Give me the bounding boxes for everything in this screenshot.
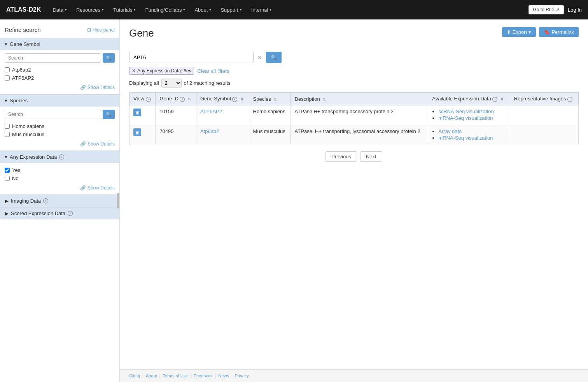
gene-id-sort-icon[interactable]: ⇅ xyxy=(188,97,191,101)
species-checkbox-mus[interactable] xyxy=(5,132,10,137)
description-sort-icon[interactable]: ⇅ xyxy=(323,97,326,102)
row2-mrna-link[interactable]: mRNA-Seq visualization xyxy=(438,135,493,141)
row2-view-icon[interactable]: ▣ xyxy=(133,128,141,136)
next-button[interactable]: Next xyxy=(360,151,382,162)
species-item-mus: Mus musculus xyxy=(5,130,115,138)
nav-data[interactable]: Data ▾ xyxy=(49,5,70,15)
row2-gene-symbol-link[interactable]: Atp6ap2 xyxy=(200,128,219,134)
footer-terms[interactable]: Terms of Use xyxy=(163,373,188,378)
main-search-clear[interactable]: ✕ xyxy=(256,54,264,61)
footer-feedback[interactable]: Feedback xyxy=(194,373,212,378)
expression-checkbox-no[interactable] xyxy=(5,176,10,181)
action-buttons: ⬆ Export ▾ 🔖 Permalink xyxy=(502,27,579,37)
expression-label-yes: Yes xyxy=(12,167,20,173)
login-button[interactable]: Log In xyxy=(568,7,582,13)
facet-scored-header[interactable]: ▶ Scored Expression Data i xyxy=(0,207,119,219)
main-search-button[interactable]: 🔍 xyxy=(266,52,282,63)
gene-symbol-label-atp6ap2-upper: ATP6AP2 xyxy=(12,75,34,81)
sidebar-drag-handle[interactable] xyxy=(117,193,119,209)
nav-resources-caret: ▾ xyxy=(102,8,104,12)
clear-all-filters-button[interactable]: Clear all filters xyxy=(197,68,229,74)
main-search-input[interactable] xyxy=(129,52,254,63)
show-details-icon: 🔗 xyxy=(80,85,86,90)
nav-resources[interactable]: Resources ▾ xyxy=(72,5,108,15)
expression-show-details-row: 🔗 Show Details xyxy=(5,182,115,191)
results-table: View i Gene ID i ⇅ Gene Symbol i ⇅ Speci… xyxy=(129,92,579,145)
filter-chip-label: Any Expression Data: Yes xyxy=(137,68,191,74)
gene-id-info-icon: i xyxy=(180,97,185,102)
hide-panel-label: Hide panel xyxy=(93,27,115,33)
facet-species-chevron: ▾ xyxy=(5,98,7,103)
gene-symbol-show-details-row: 🔗 Show Details xyxy=(5,82,115,91)
row2-species: Mus musculus xyxy=(249,125,290,145)
row1-description: ATPase H+ transporting accessory protein… xyxy=(290,105,428,125)
filter-chip-expression: ✕ Any Expression Data: Yes xyxy=(129,67,194,75)
row1-scrna-link[interactable]: scRNA-Seq visualization xyxy=(438,109,494,114)
facet-imaging-header[interactable]: ▶ Imaging Data i xyxy=(0,195,119,207)
footer-privacy[interactable]: Privacy xyxy=(235,373,249,378)
nav-funding[interactable]: Funding/Collabs ▾ xyxy=(141,5,189,15)
species-search-input[interactable] xyxy=(5,110,101,119)
row1-gene-symbol-link[interactable]: ATP6AP2 xyxy=(200,109,222,114)
nav-tutorials[interactable]: Tutorials ▾ xyxy=(109,5,140,15)
previous-button[interactable]: Previous xyxy=(326,151,357,162)
footer-news[interactable]: News xyxy=(218,373,229,378)
facet-gene-symbol-header[interactable]: ▾ Gene Symbol xyxy=(0,38,119,50)
nav-internal-caret: ▾ xyxy=(270,8,271,12)
brand-logo[interactable]: ATLAS-D2K xyxy=(6,6,41,13)
gene-symbol-search-input[interactable] xyxy=(5,53,101,63)
nav-support-caret: ▾ xyxy=(240,8,242,12)
expression-checkbox-yes[interactable] xyxy=(5,168,10,173)
hide-panel-button[interactable]: ⊟ Hide panel xyxy=(87,27,115,33)
gene-symbol-search-button[interactable]: 🔍 xyxy=(103,53,115,63)
expression-show-details-button[interactable]: 🔗 Show Details xyxy=(80,185,115,191)
species-checkbox-homo[interactable] xyxy=(5,124,10,129)
main-wrapper: Gene ⬆ Export ▾ 🔖 Permalink ✕ xyxy=(120,19,588,382)
go-to-rid-button[interactable]: Go to RID ↗ xyxy=(528,5,564,14)
gene-symbol-item-atp6ap2-upper: ATP6AP2 xyxy=(5,74,115,82)
per-page-select[interactable]: 2 10 25 50 100 xyxy=(161,79,182,88)
nav-links: Data ▾ Resources ▾ Tutorials ▾ Funding/C… xyxy=(49,5,528,15)
nav-support[interactable]: Support ▾ xyxy=(217,5,246,15)
export-button[interactable]: ⬆ Export ▾ xyxy=(502,27,536,37)
permalink-button[interactable]: 🔖 Permalink xyxy=(539,27,579,37)
facet-gene-symbol-body: 🔍 Atp6ap2 ATP6AP2 🔗 Show Details xyxy=(0,50,119,94)
gene-symbol-info-icon: i xyxy=(232,97,237,102)
filter-remove-expression[interactable]: ✕ xyxy=(132,68,136,74)
table-body: ▣ 10159 ATP6AP2 Homo sapiens ATPase H+ t… xyxy=(130,105,579,145)
nav-about[interactable]: About ▾ xyxy=(191,5,215,15)
species-label-mus: Mus musculus xyxy=(12,131,44,137)
facet-expression-header[interactable]: ▾ Any Expression Data i xyxy=(0,151,119,163)
footer-about[interactable]: About xyxy=(146,373,157,378)
row1-expression-data: scRNA-Seq visualization mRNA-Seq visuali… xyxy=(428,105,510,125)
gene-symbol-checkbox-atp6ap2-upper[interactable] xyxy=(5,75,10,81)
nav-internal[interactable]: Internal ▾ xyxy=(247,5,275,15)
gene-symbol-sort-icon[interactable]: ⇅ xyxy=(240,97,243,101)
gene-symbol-show-details-button[interactable]: 🔗 Show Details xyxy=(80,85,115,90)
row2-array-link[interactable]: Array data xyxy=(438,128,462,134)
facet-species-header[interactable]: ▾ Species xyxy=(0,95,119,107)
export-icon: ⬆ xyxy=(507,29,511,35)
species-search-button[interactable]: 🔍 xyxy=(103,110,115,119)
col-gene-symbol: Gene Symbol i ⇅ xyxy=(196,93,249,105)
expr-data-sort-icon[interactable]: ⇅ xyxy=(500,97,504,101)
go-to-rid-label: Go to RID xyxy=(533,7,553,12)
row1-mrna-link[interactable]: mRNA-Seq visualization xyxy=(438,115,493,121)
expression-item-no: No xyxy=(5,174,115,182)
expression-label-no: No xyxy=(12,175,19,181)
facet-imaging-label: Imaging Data xyxy=(11,198,41,204)
footer-citing[interactable]: Citing xyxy=(129,373,140,378)
results-info: Displaying all 2 10 25 50 100 of 2 match… xyxy=(129,79,579,88)
gene-symbol-checkbox-atp6ap2-lower[interactable] xyxy=(5,67,10,72)
share-icon: ↗ xyxy=(556,7,560,12)
expr-data-info-icon: i xyxy=(492,97,497,102)
row1-gene-symbol: ATP6AP2 xyxy=(196,105,249,125)
hide-panel-icon: ⊟ xyxy=(87,27,91,33)
facet-expression-data: ▾ Any Expression Data i Yes No 🔗 Show De… xyxy=(0,151,119,195)
col-species: Species ⇅ xyxy=(249,93,290,105)
species-sort-icon[interactable]: ⇅ xyxy=(274,97,277,102)
facet-gene-symbol: ▾ Gene Symbol 🔍 Atp6ap2 ATP6AP2 xyxy=(0,38,119,94)
row1-view-icon[interactable]: ▣ xyxy=(133,109,141,116)
species-show-details-button[interactable]: 🔗 Show Details xyxy=(80,141,115,147)
facet-scored-label: Scored Expression Data xyxy=(11,210,65,216)
